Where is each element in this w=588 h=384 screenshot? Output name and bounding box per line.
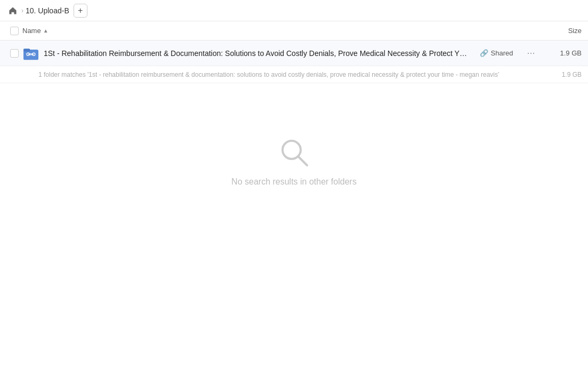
- checkbox-icon[interactable]: [10, 49, 19, 58]
- folder-icon: [22, 45, 39, 62]
- home-button[interactable]: [6, 4, 19, 17]
- name-column-header[interactable]: Name ▲: [22, 27, 539, 35]
- breadcrumb-chevron-icon: ›: [21, 7, 23, 14]
- select-all-checkbox[interactable]: [6, 27, 22, 35]
- add-button[interactable]: +: [74, 4, 87, 18]
- svg-line-5: [298, 156, 307, 165]
- more-options-button[interactable]: ···: [523, 47, 539, 59]
- empty-state-message: No search results in other folders: [231, 177, 357, 187]
- size-column-header[interactable]: Size: [539, 27, 582, 35]
- empty-state: No search results in other folders: [0, 83, 588, 187]
- shared-badge: 🔗 Shared: [470, 49, 523, 57]
- empty-search-icon: [278, 137, 310, 169]
- breadcrumb-folder-name[interactable]: 10. Upload-B: [26, 6, 69, 15]
- match-hint-row: 1 folder matches '1st - rehabilitation r…: [0, 66, 588, 83]
- file-row[interactable]: 1St - Rehabilitation Reimbursement & Doc…: [0, 41, 588, 66]
- row-checkbox[interactable]: [6, 49, 22, 58]
- checkbox-icon[interactable]: [10, 27, 19, 35]
- file-size: 1.9 GB: [539, 49, 582, 57]
- file-name[interactable]: 1St - Rehabilitation Reimbursement & Doc…: [44, 49, 470, 58]
- breadcrumb-bar: › 10. Upload-B +: [0, 0, 588, 21]
- column-header-row: Name ▲ Size: [0, 21, 588, 41]
- match-hint-text: 1 folder matches '1st - rehabilitation r…: [38, 71, 539, 78]
- link-icon: 🔗: [480, 49, 488, 57]
- svg-rect-1: [23, 49, 30, 51]
- match-hint-size: 1.9 GB: [539, 71, 582, 78]
- sort-arrow-icon: ▲: [43, 28, 49, 34]
